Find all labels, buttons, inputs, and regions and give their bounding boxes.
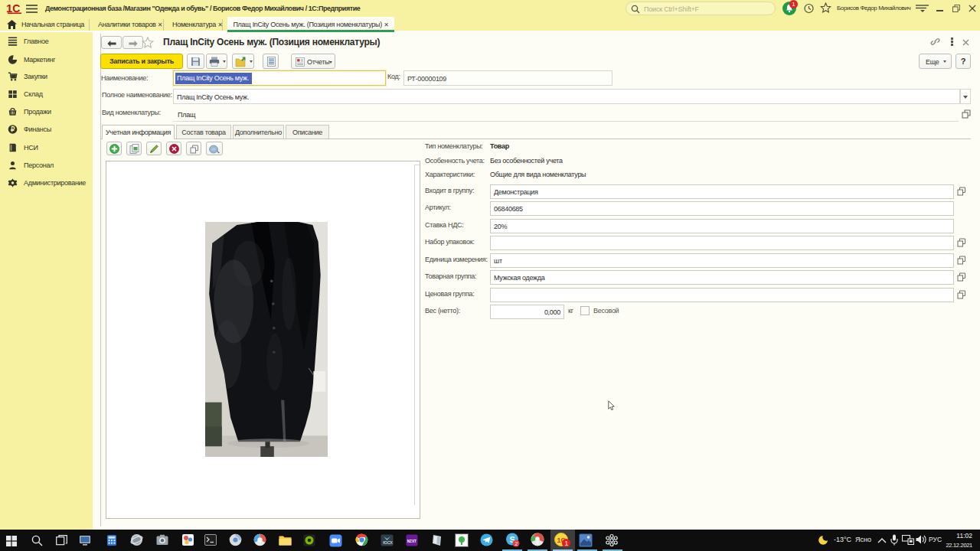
svg-text:₽: ₽: [11, 126, 15, 133]
svg-text:1: 1: [565, 540, 569, 547]
svg-text:2: 2: [514, 540, 518, 547]
svg-text:ЮСХ: ЮСХ: [383, 540, 393, 545]
svg-text:NZXT: NZXT: [407, 540, 416, 543]
